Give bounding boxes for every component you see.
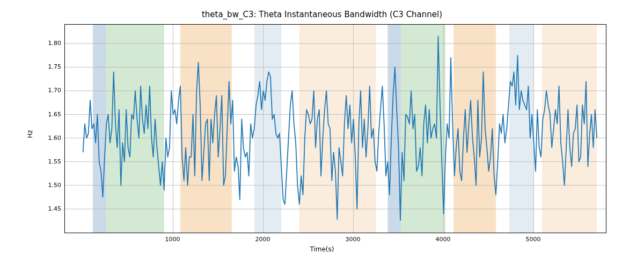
y-tick-label: 1.80 [48, 40, 62, 47]
plot-area [64, 24, 606, 233]
y-tick-label: 1.75 [48, 63, 62, 70]
svg-rect-5 [387, 25, 401, 233]
chart-title: theta_bw_C3: Theta Instantaneous Bandwid… [0, 10, 644, 19]
figure: theta_bw_C3: Theta Instantaneous Bandwid… [0, 0, 644, 268]
y-tick-label: 1.60 [48, 134, 62, 141]
x-tick-label: 1000 [165, 236, 180, 243]
x-tick-label: 3000 [346, 236, 361, 243]
x-tick-label: 5000 [526, 236, 541, 243]
x-tick-label: 2000 [255, 236, 270, 243]
y-tick-label: 1.55 [48, 158, 62, 165]
svg-rect-0 [93, 25, 106, 233]
y-tick-label: 1.65 [48, 110, 62, 117]
y-tick-label: 1.50 [48, 181, 62, 188]
y-tick-label: 1.45 [48, 205, 62, 212]
x-axis-label: Time(s) [0, 245, 644, 253]
y-axis-label: Hz [26, 130, 34, 138]
y-tick-label: 1.70 [48, 87, 62, 94]
svg-rect-2 [180, 25, 232, 233]
plot-svg [65, 25, 606, 233]
svg-rect-7 [453, 25, 496, 233]
svg-rect-3 [254, 25, 281, 233]
x-tick-label: 4000 [436, 236, 451, 243]
